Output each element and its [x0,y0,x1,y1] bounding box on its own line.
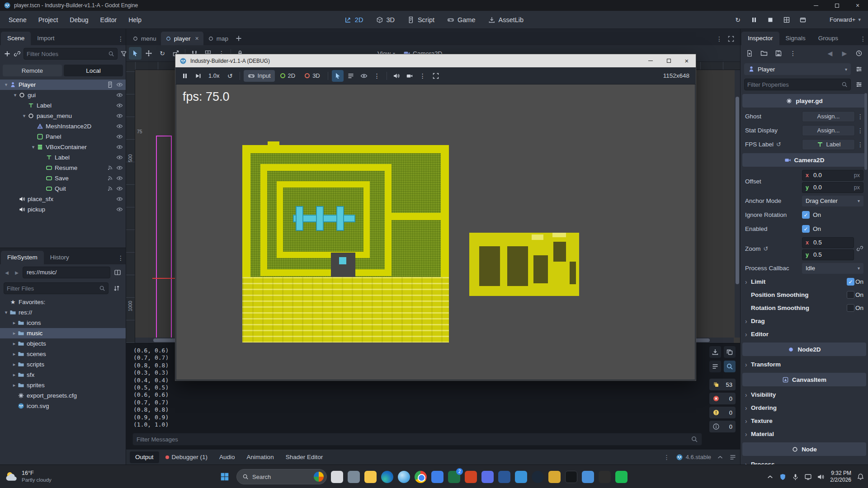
visibility-toggle-icon[interactable] [116,196,123,202]
rotation-smoothing-checkbox[interactable] [847,304,854,312]
inspector-section-camera2d[interactable]: Camera2D [742,153,866,167]
zoom-y-field[interactable]: y0.5 [802,249,854,260]
inspector-group-visibility[interactable]: ›Visibility [741,388,868,401]
collapse-icon[interactable]: ▾ [3,310,9,315]
visibility-toggle-icon[interactable] [116,123,123,130]
expand-bottom-panel-icon[interactable] [717,454,724,461]
menu-editor[interactable]: Editor [94,11,123,29]
inspector-section-canvasitem[interactable]: CanvasItem [742,373,866,386]
taskbar-file-explorer-icon[interactable] [364,471,377,483]
filesystem-dock-tab-filesystem[interactable]: FileSystem [1,251,44,264]
pause-button[interactable] [749,14,760,25]
new-resource-button[interactable] [744,48,755,59]
debug-window-titlebar[interactable]: Industry-Builder-v1.1-A (DEBUG) × [175,54,696,67]
bottom-panel-shader-editor[interactable]: Shader Editor [280,451,329,463]
select-tool-button[interactable] [129,47,142,60]
copy-log-button[interactable] [724,346,736,358]
counter-errors[interactable]: 0 [709,393,736,404]
edited-node-selector[interactable]: Player ▾ [744,63,851,75]
scene-tab-menu[interactable]: menu [128,32,161,45]
bottom-panel-animation[interactable]: Animation [241,451,279,463]
scene-node-label[interactable]: Label [0,100,126,111]
taskbar-mail-icon[interactable] [515,471,527,483]
file-item-export-presets-cfg[interactable]: export_presets.cfg [0,390,126,401]
counter-remote-objects[interactable]: 53 [709,379,736,390]
speed-select[interactable]: 1.0x [205,72,223,79]
new-scene-tab-button[interactable] [233,32,245,45]
tray-mic-icon[interactable] [792,473,799,481]
inspector-group-limit[interactable]: ›Limit✓On [741,275,868,288]
scene-node-panel[interactable]: Panel [0,131,126,142]
select-mode-button[interactable] [332,70,344,82]
taskbar-edge-icon[interactable] [381,471,393,483]
start-button[interactable] [217,469,232,484]
file-item-icon-svg[interactable]: icon.svg [0,401,126,411]
local-button[interactable]: Local [64,65,123,76]
collapse-icon[interactable]: ▸ [11,320,18,326]
filter-nodes-input[interactable] [27,51,106,57]
panel-layout-icon[interactable] [729,454,736,461]
scene-node-player[interactable]: ▾Player [0,80,126,90]
scene-dock-tab-import[interactable]: Import [31,32,61,45]
visibility-toggle-icon[interactable] [116,175,123,182]
scene-node-place-sfx[interactable]: place_sfx [0,194,126,204]
taskbar-excel-icon[interactable]: 2 [448,471,460,483]
collapse-icon[interactable]: ▸ [11,341,18,347]
inspector-group-transform[interactable]: ›Transform [741,358,868,371]
rotate-tool-button[interactable]: ↻ [156,47,169,60]
file-item-sprites[interactable]: ▸sprites [0,380,126,390]
split-view-button[interactable] [112,267,123,278]
file-item-favorites-[interactable]: ★Favorites: [0,297,126,307]
taskbar-steam-icon[interactable] [532,471,544,483]
filter-properties-input[interactable] [747,81,840,88]
property-menu-button[interactable] [854,79,864,90]
reset-button[interactable]: ↺ [224,70,236,82]
close-button[interactable]: × [678,54,696,67]
filter-files-input[interactable] [7,285,97,292]
taskbar-search[interactable] [236,469,327,484]
game-viewport[interactable]: fps: 75.0 [176,84,695,380]
revert-icon[interactable]: ↺ [764,245,770,252]
script-attached-icon[interactable] [107,81,113,88]
visibility-button[interactable] [358,70,370,82]
inspector-section-player-gd[interactable]: player.gd [742,94,866,108]
signal-connection-icon[interactable] [107,175,113,182]
scene-node-gui[interactable]: ▾gui [0,90,126,100]
close-button[interactable]: × [847,0,868,11]
visibility-toggle-icon[interactable] [116,102,123,109]
bottom-panel-output[interactable]: Output [130,451,159,463]
file-item-scenes[interactable]: ▸scenes [0,349,126,359]
scene-tabs-menu-icon[interactable]: ⋮ [716,35,723,42]
stat-display-options-icon[interactable]: ⋮ [857,127,863,134]
visibility-toggle-icon[interactable] [116,92,123,99]
camera-options-icon[interactable]: ⋮ [417,70,429,82]
scene-node-meshinstance2d[interactable]: MeshInstance2D [0,121,126,131]
selection-options-icon[interactable]: ⋮ [371,70,383,82]
inspector-section-node[interactable]: Node [742,442,866,456]
signal-connection-icon[interactable] [107,164,113,171]
menu-project[interactable]: Project [33,11,64,29]
visibility-toggle-icon[interactable] [116,185,123,192]
taskbar-search-input[interactable] [252,474,310,480]
collapse-icon[interactable]: ▾ [21,113,28,119]
instantiate-scene-button[interactable] [14,48,21,59]
inspector-section-node2d[interactable]: Node2D [742,343,866,356]
expand-editor-icon[interactable] [727,35,735,42]
stat-display-assign-button[interactable]: Assign... [802,125,855,136]
fps-label-resource-button[interactable]: Label [802,139,855,150]
history-back-button[interactable]: ◀ [825,48,835,59]
collapse-icon[interactable]: ▸ [11,382,18,388]
taskbar-copilot-icon[interactable] [398,471,410,483]
ghost-assign-button[interactable]: Assign... [802,111,855,122]
minimize-button[interactable] [642,54,660,67]
bottom-panels-menu-icon[interactable]: ⋮ [663,454,670,461]
file-item-sfx[interactable]: ▸sfx [0,370,126,380]
taskbar-terminal-icon[interactable] [599,471,611,483]
debug-instances-button[interactable] [781,14,792,25]
inspector-group-rotation-smoothing[interactable]: Rotation SmoothingOn [741,301,868,314]
add-node-button[interactable] [4,48,11,59]
camera-override-button[interactable] [404,70,415,82]
enabled-checkbox[interactable]: ✓ [802,225,810,233]
history-forward-button[interactable]: ▶ [839,48,850,59]
bottom-panel-audio[interactable]: Audio [214,451,241,463]
